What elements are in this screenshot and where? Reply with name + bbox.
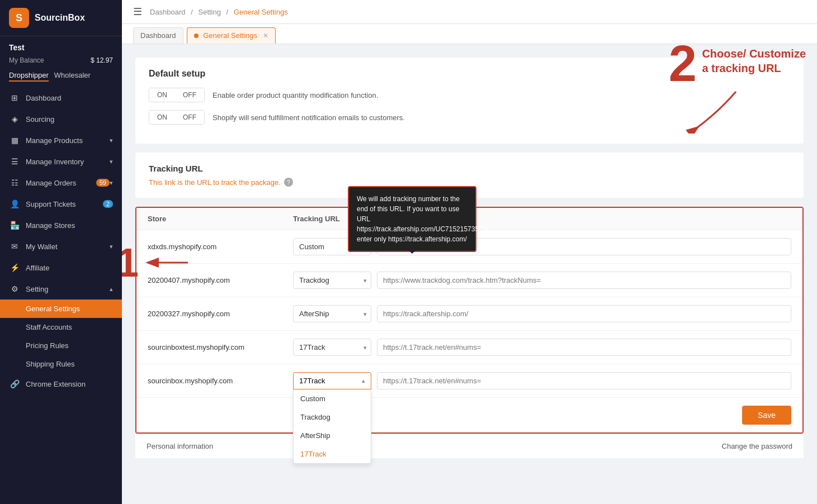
- dropdown-option-trackdog[interactable]: Trackdog: [294, 408, 371, 426]
- tracking-input-5[interactable]: [377, 372, 791, 389]
- tab-close-icon[interactable]: ✕: [263, 32, 268, 40]
- change-password-link[interactable]: Change the password: [722, 442, 792, 450]
- sidebar-item-sourcing[interactable]: ◈ Sourcing: [0, 108, 122, 130]
- table-row: sourcinbox.myshopify.com 17Track ▴ Custo…: [136, 364, 802, 398]
- affiliate-icon: ⚡: [9, 263, 20, 272]
- bottom-bar: Personal information Change the password: [135, 434, 804, 458]
- dropdown-list-5: Custom Trackdog AfterShip 17Track: [293, 389, 371, 464]
- col-store-header: Store: [148, 215, 293, 223]
- balance-label: My Balance: [9, 56, 44, 64]
- sidebar-subitem-shipping-rules[interactable]: Shipping Rules: [0, 355, 122, 373]
- tabs-bar: Dashboard General Settings ✕: [122, 24, 817, 44]
- tracking-select-2[interactable]: Custom Trackdog AfterShip 17Track: [293, 272, 371, 289]
- personal-info-link[interactable]: Personal information: [147, 442, 213, 450]
- tracking-input-2[interactable]: [377, 272, 791, 289]
- dropdown-option-custom[interactable]: Custom: [294, 389, 371, 408]
- shipping-rules-label: Shipping Rules: [26, 360, 74, 368]
- sidebar-subitem-staff-accounts[interactable]: Staff Accounts: [0, 318, 122, 336]
- default-setup-card: Default setup ON OFF Enable order produc…: [135, 58, 804, 144]
- info-icon[interactable]: ?: [284, 178, 293, 187]
- tooltip-text: We will add tracking number to the end o…: [357, 195, 488, 243]
- sidebar-subitem-pricing-rules[interactable]: Pricing Rules: [0, 336, 122, 355]
- general-settings-label: General Settings: [26, 305, 80, 313]
- store-tracking-4: Custom Trackdog AfterShip 17Track ▾: [293, 339, 791, 356]
- toggle-label-2: Shopify will send fulfillment notificati…: [212, 113, 405, 122]
- toggle-off-1[interactable]: OFF: [175, 88, 204, 102]
- chevron-up-icon: ▴: [362, 377, 365, 384]
- logo-text: SourcinBox: [35, 13, 85, 23]
- sidebar-item-chrome-extension[interactable]: 🔗 Chrome Extension: [0, 373, 122, 394]
- tracking-input-3[interactable]: [377, 305, 791, 322]
- sidebar-item-manage-stores[interactable]: 🏪 Manage Stores: [0, 215, 122, 236]
- tracking-input-4[interactable]: [377, 339, 791, 356]
- balance-value: $ 12.97: [91, 56, 113, 64]
- sidebar-item-dashboard[interactable]: ⊞ Dashboard: [0, 87, 122, 108]
- sidebar-subitem-general-settings[interactable]: General Settings: [0, 299, 122, 318]
- staff-accounts-label: Staff Accounts: [26, 323, 72, 331]
- tracking-url-subtitle: This link is the URL to track the packag…: [149, 178, 790, 187]
- sidebar-item-manage-products[interactable]: ▦ Manage Products ▾: [0, 130, 122, 151]
- chevron-up-icon: ▴: [110, 286, 113, 293]
- products-icon: ▦: [9, 136, 20, 145]
- toggle-group-1: ON OFF: [149, 88, 205, 102]
- chevron-down-icon: ▾: [110, 137, 113, 144]
- save-button-wrapper: Save: [136, 398, 802, 432]
- dropdown-option-aftership[interactable]: AfterShip: [294, 426, 371, 445]
- orders-icon: ☷: [9, 178, 20, 187]
- store-tracking-3: Custom Trackdog AfterShip 17Track ▾: [293, 305, 791, 322]
- sourcing-icon: ◈: [9, 115, 20, 123]
- tracking-dropdown-open-5: 17Track ▴ Custom Trackdog AfterShip 17Tr…: [293, 372, 371, 389]
- toggle-row-2: ON OFF Shopify will send fulfillment not…: [149, 110, 790, 125]
- sidebar-item-label: Chrome Extension: [26, 380, 113, 388]
- tab-general-settings[interactable]: General Settings ✕: [187, 27, 276, 44]
- breadcrumb-current: General Settings: [234, 8, 288, 16]
- content-area: Default setup ON OFF Enable order produc…: [122, 44, 817, 504]
- store-tracking-5: 17Track ▴ Custom Trackdog AfterShip 17Tr…: [293, 372, 791, 389]
- inventory-icon: ☰: [9, 157, 20, 166]
- tracking-select-3[interactable]: Custom Trackdog AfterShip 17Track: [293, 305, 371, 322]
- store-name-4: sourcinboxtest.myshopify.com: [148, 343, 293, 351]
- sidebar-item-label: Affiliate: [26, 264, 113, 272]
- support-badge: 2: [103, 200, 113, 208]
- stores-icon: 🏪: [9, 221, 20, 230]
- store-tracking-2: Custom Trackdog AfterShip 17Track ▾: [293, 272, 791, 289]
- setting-icon: ⚙: [9, 284, 20, 293]
- dropdown-option-17track[interactable]: 17Track: [294, 445, 371, 463]
- toggle-row-1: ON OFF Enable order product quantity mod…: [149, 88, 790, 102]
- toggle-off-2[interactable]: OFF: [175, 111, 204, 124]
- sidebar-item-manage-inventory[interactable]: ☰ Manage Inventory ▾: [0, 151, 122, 172]
- sidebar-item-support-tickets[interactable]: 👤 Support Tickets 2: [0, 193, 122, 215]
- main-content: ☰ Dashboard / Setting / General Settings…: [122, 0, 817, 504]
- sidebar-username: Test: [0, 36, 122, 55]
- breadcrumb-dashboard[interactable]: Dashboard: [150, 8, 186, 16]
- topbar: ☰ Dashboard / Setting / General Settings: [122, 0, 817, 24]
- hamburger-icon[interactable]: ☰: [133, 6, 142, 18]
- toggle-on-2[interactable]: ON: [149, 111, 175, 124]
- sidebar-item-my-wallet[interactable]: ✉ My Wallet ▾: [0, 236, 122, 257]
- tracking-select-4[interactable]: Custom Trackdog AfterShip 17Track: [293, 339, 371, 356]
- tooltip-box: We will add tracking number to the end o…: [348, 186, 476, 252]
- sidebar-item-label: Support Tickets: [26, 200, 101, 208]
- default-setup-title: Default setup: [149, 69, 790, 79]
- table-row: 20200407.myshopify.com Custom Trackdog A…: [136, 264, 802, 297]
- tracking-select-wrapper-2: Custom Trackdog AfterShip 17Track ▾: [293, 272, 371, 289]
- toggle-label-1: Enable order product quantity modificati…: [212, 91, 378, 99]
- tab-active-dot: [194, 34, 199, 38]
- wallet-icon: ✉: [9, 242, 20, 251]
- store-name-1: xdxds.myshopify.com: [148, 243, 293, 251]
- orders-badge: 59: [96, 179, 110, 187]
- sidebar-item-label: Manage Stores: [26, 221, 113, 230]
- table-row: sourcinboxtest.myshopify.com Custom Trac…: [136, 331, 802, 364]
- tracking-select-wrapper-4: Custom Trackdog AfterShip 17Track ▾: [293, 339, 371, 356]
- tab-wholesaler[interactable]: Wholesaler: [54, 71, 91, 82]
- breadcrumb-setting[interactable]: Setting: [198, 8, 220, 16]
- toggle-on-1[interactable]: ON: [149, 88, 175, 102]
- sidebar-item-setting[interactable]: ⚙ Setting ▴: [0, 278, 122, 299]
- tab-dropshipper[interactable]: Dropshipper: [9, 71, 49, 82]
- dropdown-trigger-5[interactable]: 17Track ▴: [293, 372, 371, 389]
- save-button[interactable]: Save: [742, 406, 791, 425]
- sidebar-item-manage-orders[interactable]: ☷ Manage Orders 59 ▾: [0, 172, 122, 193]
- tab-dashboard[interactable]: Dashboard: [133, 27, 183, 44]
- chevron-down-icon: ▾: [110, 158, 113, 165]
- sidebar-item-affiliate[interactable]: ⚡ Affiliate: [0, 257, 122, 278]
